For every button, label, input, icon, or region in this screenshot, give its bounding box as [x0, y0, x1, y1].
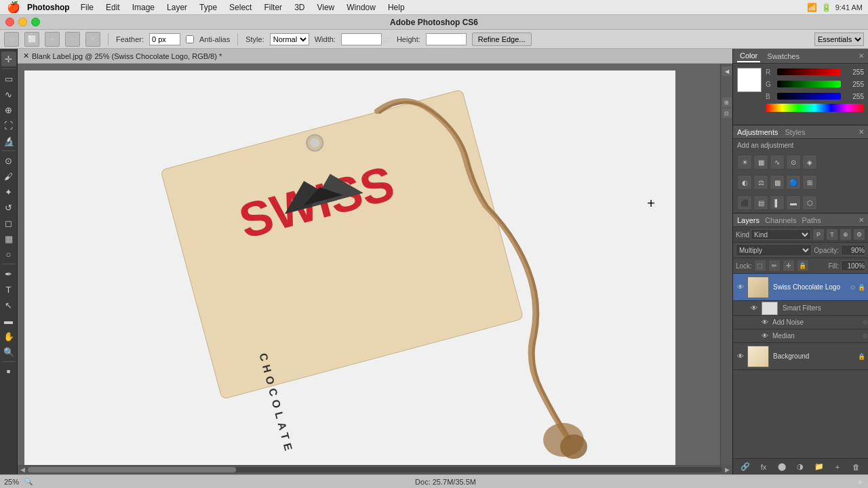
- height-input[interactable]: [426, 33, 467, 45]
- layer-style-icon[interactable]: fx: [757, 461, 770, 473]
- lock-image-btn[interactable]: ✏: [768, 260, 781, 272]
- mode-intersect-icon[interactable]: ✕: [85, 32, 100, 47]
- crop-tool[interactable]: ⛶: [1, 118, 16, 133]
- marquee-tool[interactable]: ▭: [1, 71, 16, 86]
- swatches-tab[interactable]: Swatches: [764, 51, 802, 62]
- layer-visibility-toggle-2[interactable]: 👁: [736, 352, 745, 361]
- color-tab[interactable]: Color: [737, 50, 760, 62]
- layer-item-swiss-chocolate[interactable]: 👁 Swiss Chocolate Logo ⊙ 🔒: [733, 274, 868, 301]
- gradient-map-icon[interactable]: ▬: [786, 195, 801, 210]
- lock-all-btn[interactable]: 🔒: [797, 260, 809, 272]
- layer-item-background[interactable]: 👁 Background 🔒: [733, 343, 868, 370]
- canvas-wrapper[interactable]: SWISS CHOCOLATE: [18, 64, 720, 465]
- dodge-tool[interactable]: ○: [1, 247, 16, 262]
- menu-type[interactable]: Type: [194, 1, 222, 14]
- select-color-icon[interactable]: ⬡: [802, 195, 817, 210]
- exposure-icon[interactable]: ⊙: [786, 155, 801, 169]
- workspace-select[interactable]: Essentials: [814, 33, 864, 46]
- quick-select-tool[interactable]: ⊕: [1, 102, 16, 117]
- h-scrollbar[interactable]: ◀ ▶: [18, 465, 732, 474]
- add-noise-vis[interactable]: 👁: [760, 318, 770, 327]
- menu-view[interactable]: View: [311, 1, 340, 14]
- menu-filter[interactable]: Filter: [258, 1, 288, 14]
- new-group-icon[interactable]: 📁: [812, 461, 826, 473]
- blend-mode-select[interactable]: Multiply: [736, 244, 812, 256]
- menu-file[interactable]: File: [75, 1, 99, 14]
- vibrance-icon[interactable]: ◈: [802, 155, 817, 169]
- anti-alias-checkbox[interactable]: [186, 35, 194, 43]
- smart-filter-vis[interactable]: 👁: [749, 304, 759, 313]
- brightness-icon[interactable]: ☀: [737, 155, 752, 169]
- photo-filter-icon[interactable]: 🔵: [786, 175, 801, 190]
- adj-panel-close[interactable]: ✕: [859, 128, 864, 136]
- styles-tab[interactable]: Styles: [785, 128, 806, 136]
- clone-stamp-tool[interactable]: ✦: [1, 184, 16, 199]
- layer-adj-icon[interactable]: ◑: [793, 461, 807, 473]
- marquee-tool-icon[interactable]: ▭: [4, 32, 19, 47]
- levels-icon[interactable]: ▦: [753, 155, 768, 169]
- add-noise-row[interactable]: 👁 Add Noise ⚙: [733, 316, 868, 329]
- invert-icon[interactable]: ⬛: [737, 195, 752, 210]
- width-input[interactable]: [341, 33, 382, 45]
- median-row[interactable]: 👁 Median ⚙: [733, 329, 868, 343]
- status-arrow[interactable]: ▶: [859, 478, 864, 485]
- layer-filter-icon3[interactable]: ⊕: [840, 228, 852, 241]
- refine-edge-button[interactable]: Refine Edge...: [472, 33, 532, 46]
- layer-filter-icon1[interactable]: P: [812, 228, 825, 241]
- adjustments-tab[interactable]: Adjustments: [737, 128, 778, 136]
- brush-tool[interactable]: 🖌: [1, 169, 16, 184]
- r-slider[interactable]: [777, 68, 841, 75]
- eyedropper-tool[interactable]: 🔬: [1, 134, 16, 148]
- new-layer-icon[interactable]: +: [831, 461, 844, 473]
- close-button[interactable]: [5, 18, 14, 26]
- b-slider[interactable]: [777, 93, 841, 100]
- zoom-tool[interactable]: 🔍: [1, 344, 16, 359]
- foreground-color[interactable]: ■: [1, 364, 16, 379]
- mode-rect-icon[interactable]: ⬜: [24, 32, 39, 47]
- style-select[interactable]: Normal: [270, 33, 309, 45]
- maximize-button[interactable]: [31, 18, 40, 26]
- menu-image[interactable]: Image: [127, 1, 160, 14]
- lasso-tool[interactable]: ∿: [1, 87, 16, 102]
- panel-options-icon[interactable]: ⊞: [722, 98, 732, 107]
- curves-icon[interactable]: ∿: [770, 155, 785, 169]
- layers-panel-close[interactable]: ✕: [859, 216, 864, 224]
- color-spectrum[interactable]: [766, 104, 864, 112]
- mode-subtract-icon[interactable]: −: [65, 32, 80, 47]
- layer-visibility-toggle-1[interactable]: 👁: [736, 283, 745, 292]
- channel-mix-icon[interactable]: ⊞: [802, 175, 817, 190]
- paths-tab[interactable]: Paths: [802, 216, 821, 224]
- minimize-button[interactable]: [18, 18, 27, 26]
- opacity-input[interactable]: [841, 245, 865, 256]
- posterize-icon[interactable]: ▤: [753, 195, 768, 210]
- layers-tab[interactable]: Layers: [737, 216, 760, 224]
- delete-layer-icon[interactable]: 🗑: [849, 461, 863, 473]
- history-brush-tool[interactable]: ↺: [1, 200, 16, 215]
- channels-tab[interactable]: Channels: [765, 216, 796, 224]
- hsl-icon[interactable]: ◐: [737, 175, 752, 190]
- rect-shape-tool[interactable]: ▬: [1, 313, 16, 328]
- move-tool[interactable]: ✛: [1, 52, 16, 66]
- menu-select[interactable]: Select: [224, 1, 257, 14]
- type-tool[interactable]: T: [1, 282, 16, 297]
- color-preview[interactable]: [737, 68, 762, 92]
- panel-options2-icon[interactable]: ⊡: [722, 108, 732, 118]
- feather-input[interactable]: [149, 33, 180, 45]
- threshold-icon[interactable]: ▌: [770, 195, 785, 210]
- bw-icon[interactable]: ▩: [770, 175, 785, 190]
- color-panel-close[interactable]: ✕: [859, 52, 864, 60]
- swap-icon[interactable]: ⇄: [383, 34, 391, 45]
- document-tab[interactable]: ✕ Blank Label.jpg @ 25% (Swiss Chocolate…: [18, 49, 732, 64]
- layer-filter-icon4[interactable]: ⚙: [853, 228, 865, 241]
- g-slider[interactable]: [777, 81, 841, 87]
- menu-3d[interactable]: 3D: [289, 1, 310, 14]
- kind-filter-select[interactable]: Kind: [751, 229, 811, 240]
- zoom-icon[interactable]: 🔍: [24, 478, 33, 485]
- color-balance-icon[interactable]: ⚖: [753, 175, 768, 190]
- smart-filters-row[interactable]: 👁 Smart Filters: [733, 301, 868, 316]
- pen-tool[interactable]: ✒: [1, 266, 16, 281]
- median-vis[interactable]: 👁: [760, 331, 770, 341]
- layer-filter-icon2[interactable]: T: [826, 228, 838, 241]
- gradient-tool[interactable]: ▦: [1, 231, 16, 246]
- spot-heal-tool[interactable]: ⊙: [1, 153, 16, 168]
